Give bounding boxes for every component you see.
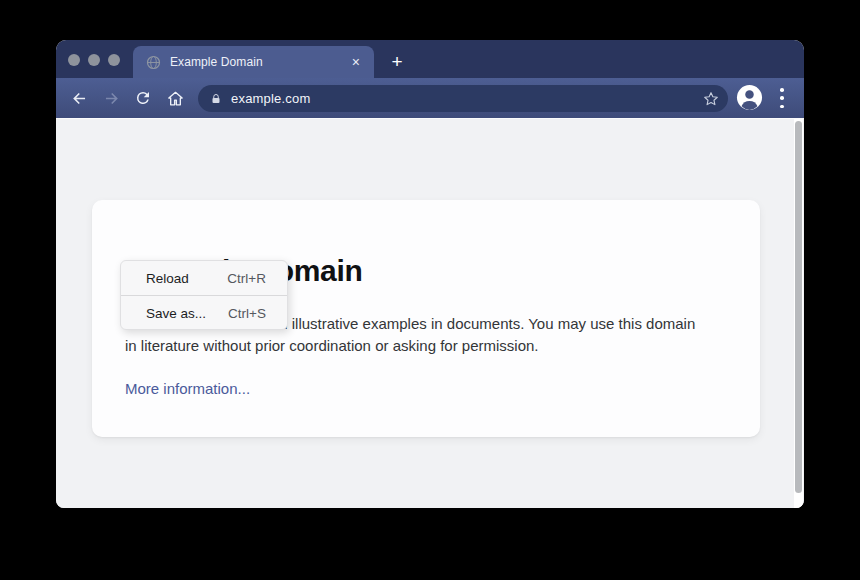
page-scrollbar[interactable]	[794, 119, 803, 508]
url-text: example.com	[231, 91, 702, 106]
arrow-right-icon	[102, 89, 121, 108]
kebab-dot	[780, 88, 784, 92]
browser-window: Example Domain × +	[56, 40, 804, 508]
window-close-button[interactable]	[68, 54, 80, 66]
menu-item-label: Reload	[146, 271, 189, 286]
menu-item-label: Save as...	[146, 306, 206, 321]
forward-button[interactable]	[100, 87, 122, 109]
menu-item-shortcut: Ctrl+S	[228, 306, 266, 321]
reload-icon	[134, 89, 152, 107]
star-outline-icon[interactable]	[702, 90, 720, 108]
tab-strip: Example Domain × +	[56, 40, 804, 78]
context-menu-item-reload[interactable]: Reload Ctrl+R	[121, 261, 287, 295]
window-minimize-button[interactable]	[88, 54, 100, 66]
home-icon	[166, 89, 185, 108]
scrollbar-thumb[interactable]	[795, 121, 802, 493]
context-menu-item-save-as[interactable]: Save as... Ctrl+S	[121, 296, 287, 330]
globe-icon	[146, 55, 161, 70]
home-button[interactable]	[164, 87, 186, 109]
page-viewport: Example Domain This domain is for use in…	[56, 118, 804, 508]
reload-button[interactable]	[132, 87, 154, 109]
profile-avatar-icon[interactable]	[736, 84, 763, 111]
new-tab-button[interactable]: +	[386, 52, 408, 74]
browser-menu-button[interactable]	[778, 88, 786, 108]
kebab-dot	[780, 105, 784, 109]
arrow-left-icon	[70, 89, 89, 108]
tab-example-domain[interactable]: Example Domain ×	[133, 46, 374, 78]
more-information-link[interactable]: More information...	[125, 380, 250, 397]
lock-icon	[210, 92, 222, 106]
address-bar[interactable]: example.com	[198, 85, 728, 112]
kebab-dot	[780, 96, 784, 100]
screenshot-stage: Example Domain × +	[0, 0, 860, 580]
menu-item-shortcut: Ctrl+R	[227, 271, 266, 286]
window-zoom-button[interactable]	[108, 54, 120, 66]
back-button[interactable]	[68, 87, 90, 109]
tab-close-icon[interactable]: ×	[348, 53, 364, 71]
browser-toolbar: example.com	[56, 78, 804, 118]
tab-title: Example Domain	[170, 55, 348, 69]
context-menu: Reload Ctrl+R Save as... Ctrl+S	[120, 260, 288, 330]
